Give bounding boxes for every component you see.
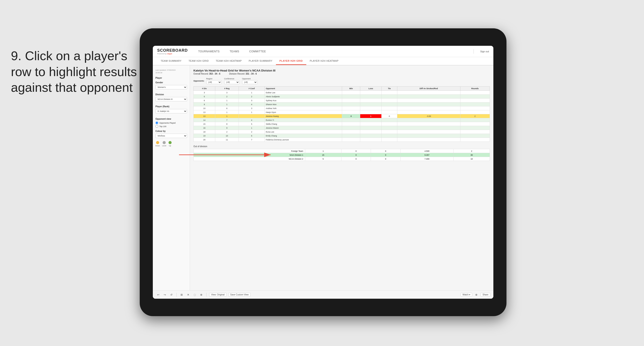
table-row[interactable]: 131Jessica Huang010-3.002 bbox=[194, 114, 490, 118]
table-cell bbox=[342, 95, 360, 99]
share-button[interactable]: Share bbox=[480, 293, 490, 297]
panel-title: Katelyn Vo Head-to-Head Grid for Women's… bbox=[194, 69, 490, 72]
table-cell: 2 bbox=[215, 95, 238, 99]
out-cell-label: NCAA Division 2 bbox=[194, 157, 305, 161]
table-cell: 11 bbox=[215, 138, 238, 142]
table-row[interactable]: 1822Euna Lee bbox=[194, 130, 490, 134]
table-cell bbox=[397, 102, 460, 106]
table-row[interactable]: 1585Stella Chang bbox=[194, 122, 490, 126]
table-cell: 2 bbox=[238, 95, 264, 99]
out-cell: 0 bbox=[371, 149, 400, 153]
grid-button[interactable]: ⊞ bbox=[179, 292, 184, 297]
table-row[interactable]: 20117Federica Domecq Lacroze bbox=[194, 138, 490, 142]
table-row[interactable]: 1063Andrea York bbox=[194, 106, 490, 110]
out-cell: 0 bbox=[371, 153, 400, 157]
close-button[interactable]: ✕ bbox=[186, 292, 190, 297]
table-row[interactable]: 331Esther Lee bbox=[194, 91, 490, 95]
player-rank-select[interactable]: 8. Katelyn Vo bbox=[156, 109, 187, 113]
table-row[interactable]: 613Sydney Kuo bbox=[194, 99, 490, 102]
table-cell: 8 bbox=[215, 122, 238, 126]
table-row[interactable]: 914Sharon Mun bbox=[194, 102, 490, 106]
table-cell bbox=[397, 130, 460, 134]
table-cell: Heejo Hyun bbox=[264, 110, 342, 114]
nav-committee[interactable]: COMMITTEE bbox=[248, 49, 268, 54]
table-cell bbox=[460, 102, 490, 106]
table-cell bbox=[460, 138, 490, 142]
undo-button[interactable]: ↩ bbox=[156, 292, 161, 297]
table-cell bbox=[382, 102, 397, 106]
col-diff: Diff Av Strokes/Rnd bbox=[397, 87, 460, 91]
save-custom-view-button[interactable]: Save Custom View bbox=[228, 293, 250, 297]
out-cell-label: NAIA Division 1 bbox=[194, 153, 305, 157]
table-cell: 15 bbox=[194, 122, 215, 126]
table-cell: Esther Lee bbox=[264, 91, 342, 95]
redo-button[interactable]: ↪ bbox=[162, 292, 167, 297]
table-row[interactable]: 522Alexis Sudjianto bbox=[194, 95, 490, 99]
table-cell: 2 bbox=[460, 114, 490, 118]
table-cell: Sydney Kuo bbox=[264, 99, 342, 102]
nav-teams[interactable]: TEAMS bbox=[228, 49, 241, 54]
colour-by-select[interactable]: Win/loss bbox=[156, 134, 187, 138]
table-cell: 7 bbox=[215, 118, 238, 122]
table-cell: 0 bbox=[382, 114, 397, 118]
radio-top-100[interactable]: Top 100 bbox=[156, 125, 187, 128]
table-cell: 10 bbox=[215, 134, 238, 138]
table-row[interactable]: 1311Heejo Hyun bbox=[194, 110, 490, 114]
table-cell bbox=[360, 102, 382, 106]
table-row[interactable]: 1691Jessica Mason bbox=[194, 126, 490, 130]
step-text: Click on a player's row to highlight res… bbox=[11, 49, 137, 94]
view-original-label: View: Original bbox=[211, 294, 225, 296]
tab-team-summary[interactable]: TEAM SUMMARY bbox=[157, 57, 185, 65]
plus-button[interactable]: ⊕ bbox=[199, 292, 204, 297]
gender-select[interactable]: Women's bbox=[156, 85, 187, 89]
col-tie: Tie bbox=[382, 87, 397, 91]
table-cell bbox=[460, 134, 490, 138]
out-table-row[interactable]: NCAA Division 25007.40010 bbox=[194, 157, 490, 161]
table-cell: Federica Domecq Lacroze bbox=[264, 138, 342, 142]
table-row[interactable]: 19106Emily Chang bbox=[194, 134, 490, 138]
col-rounds: Rounds bbox=[460, 87, 490, 91]
opponent-filter-select[interactable]: (All) bbox=[242, 80, 258, 84]
table-cell bbox=[342, 138, 360, 142]
table-cell bbox=[342, 130, 360, 134]
division-select[interactable]: NCAA Division III bbox=[156, 97, 187, 101]
out-table-row[interactable]: NAIA Division 115009.26730 bbox=[194, 153, 490, 157]
table-cell: 9 bbox=[194, 102, 215, 106]
table-cell: 1 bbox=[238, 110, 264, 114]
tab-player-h2h-grid[interactable]: PLAYER H2H GRID bbox=[276, 57, 306, 65]
table-cell bbox=[397, 91, 460, 95]
view-original-button[interactable]: View: Original bbox=[209, 293, 226, 297]
table-cell: 1 bbox=[215, 114, 238, 118]
tab-player-h2h-heatmap[interactable]: PLAYER H2H HEATMAP bbox=[306, 57, 342, 65]
refresh-button[interactable]: ↺ bbox=[169, 292, 174, 297]
watch-button[interactable]: Watch ▾ bbox=[460, 293, 472, 297]
out-of-division-table: Foreign Team1004.5002NAIA Division 11500… bbox=[194, 149, 490, 161]
table-cell bbox=[382, 110, 397, 114]
out-cell: 30 bbox=[454, 153, 490, 157]
opponent-view-label: Opponent view bbox=[156, 118, 187, 120]
table-cell: 3 bbox=[194, 91, 215, 95]
out-table-row[interactable]: Foreign Team1004.5002 bbox=[194, 149, 490, 153]
table-row[interactable]: 1474Eunice Yi bbox=[194, 118, 490, 122]
circle-button[interactable]: ◌ bbox=[192, 292, 197, 297]
table-cell bbox=[360, 118, 382, 122]
radio-opponents-played[interactable]: Opponents Played bbox=[156, 121, 187, 124]
tab-player-summary[interactable]: PLAYER SUMMARY bbox=[245, 57, 276, 65]
table-cell: 6 bbox=[238, 134, 264, 138]
table-cell bbox=[342, 126, 360, 130]
table-cell bbox=[382, 134, 397, 138]
table-cell bbox=[382, 106, 397, 110]
tablet-device: SCOREBOARD Powered by clippd TOURNAMENTS… bbox=[140, 28, 506, 316]
conference-filter-select[interactable]: (All) bbox=[224, 80, 240, 84]
region-filter-select[interactable]: (All) bbox=[206, 80, 222, 84]
out-cell-label: Foreign Team bbox=[194, 149, 305, 153]
sign-out-button[interactable]: Sign out bbox=[480, 50, 489, 53]
zoom-button[interactable]: ⊕ bbox=[474, 292, 479, 297]
nav-tournaments[interactable]: TOURNAMENTS bbox=[196, 49, 221, 54]
table-cell: 6 bbox=[194, 99, 215, 102]
out-cell: 7.400 bbox=[400, 157, 454, 161]
tab-team-h2h-grid[interactable]: TEAM H2H GRID bbox=[185, 57, 212, 65]
tab-team-h2h-heatmap[interactable]: TEAM H2H HEATMAP bbox=[212, 57, 245, 65]
table-cell: -3.00 bbox=[397, 114, 460, 118]
table-cell bbox=[342, 106, 360, 110]
